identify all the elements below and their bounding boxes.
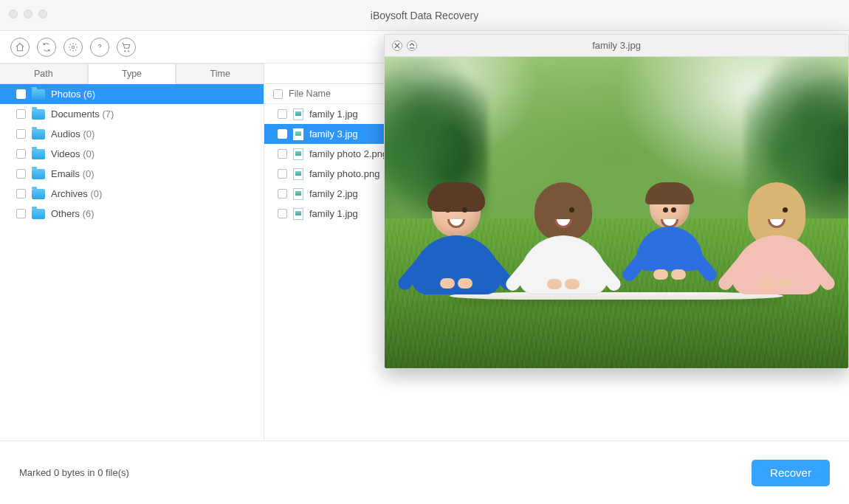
image-file-icon (293, 128, 303, 140)
category-count: (0) (83, 128, 94, 139)
window-controls (9, 10, 47, 18)
cart-icon (121, 42, 131, 52)
question-icon (94, 42, 105, 52)
category-checkbox[interactable] (16, 149, 26, 159)
zoom-window-icon[interactable] (38, 10, 47, 18)
file-checkbox[interactable] (278, 169, 287, 179)
refresh-icon (41, 42, 52, 52)
minimize-window-icon[interactable] (24, 10, 32, 18)
close-icon (394, 43, 400, 49)
image-file-icon (293, 108, 303, 120)
sidebar-item-photos[interactable]: Photos (6) (0, 84, 264, 104)
image-file-icon (293, 168, 303, 180)
home-button[interactable] (10, 38, 30, 57)
file-checkbox[interactable] (278, 129, 287, 139)
category-checkbox[interactable] (16, 129, 26, 139)
category-checkbox[interactable] (16, 89, 26, 99)
tab-time[interactable]: Time (176, 63, 264, 83)
category-count: (6) (83, 208, 94, 219)
sidebar-item-audios[interactable]: Audios (0) (0, 124, 264, 144)
preview-person (616, 185, 723, 318)
help-button[interactable] (90, 38, 109, 57)
category-count: (0) (83, 148, 94, 159)
category-checkbox[interactable] (16, 209, 26, 218)
category-label: Photos (6) (51, 89, 95, 100)
category-label: Videos (0) (51, 148, 94, 159)
file-name: family photo.png (309, 168, 379, 179)
sidebar-item-archives[interactable]: Archives (0) (0, 184, 264, 204)
preview-close-button[interactable] (392, 41, 402, 51)
category-checkbox[interactable] (16, 109, 26, 119)
file-name: family 1.jpg (309, 208, 358, 219)
titlebar: iBoysoft Data Recovery (0, 0, 849, 31)
category-label: Documents (7) (51, 108, 114, 120)
app-title: iBoysoft Data Recovery (371, 10, 478, 21)
svg-point-0 (72, 46, 75, 49)
file-checkbox[interactable] (278, 149, 287, 159)
folder-icon (32, 169, 45, 179)
expand-icon (409, 43, 415, 49)
category-checkbox[interactable] (16, 169, 26, 179)
folder-icon (32, 189, 45, 199)
preview-person (723, 185, 829, 318)
folder-icon (32, 109, 45, 120)
rescan-button[interactable] (37, 38, 56, 57)
preview-window[interactable]: family 3.jpg (384, 34, 849, 369)
folder-icon (32, 149, 45, 159)
marked-status: Marked 0 bytes in 0 file(s) (19, 467, 129, 478)
file-checkbox[interactable] (278, 109, 287, 119)
sidebar-item-documents[interactable]: Documents (7) (0, 104, 264, 124)
preview-person (510, 185, 616, 318)
settings-button[interactable] (63, 38, 83, 57)
cart-button[interactable] (117, 38, 136, 57)
category-checkbox[interactable] (16, 189, 26, 199)
category-count: (7) (102, 108, 114, 120)
tab-path[interactable]: Path (0, 63, 88, 83)
category-label: Archives (0) (51, 188, 102, 199)
image-file-icon (293, 208, 303, 220)
footer: Marked 0 bytes in 0 file(s) Recover (0, 441, 849, 504)
recover-button[interactable]: Recover (752, 460, 830, 486)
file-name: family photo 2.png (309, 148, 388, 159)
category-label: Audios (0) (51, 128, 94, 139)
preview-title: family 3.jpg (592, 40, 641, 51)
category-label: Others (6) (51, 208, 94, 219)
sidebar-item-emails[interactable]: Emails (0) (0, 164, 264, 184)
folder-icon (32, 209, 45, 219)
image-file-icon (293, 148, 303, 160)
gear-icon (68, 42, 78, 52)
file-name: family 1.jpg (309, 108, 358, 120)
home-icon (15, 42, 25, 52)
sidebar-item-videos[interactable]: Videos (0) (0, 144, 264, 164)
file-name: family 3.jpg (309, 128, 358, 139)
preview-image (385, 57, 848, 368)
category-sidebar: Photos (6)Documents (7)Audios (0)Videos … (0, 84, 264, 441)
sidebar-item-others[interactable]: Others (6) (0, 204, 264, 224)
category-count: (0) (90, 188, 102, 199)
image-file-icon (293, 188, 303, 200)
file-name: family 2.jpg (309, 188, 358, 199)
folder-icon (32, 129, 45, 139)
category-count: (6) (83, 89, 95, 100)
close-window-icon[interactable] (9, 10, 18, 18)
category-count: (0) (83, 168, 94, 179)
preview-person (403, 185, 509, 318)
column-file-name: File Name (289, 89, 331, 99)
select-all-checkbox[interactable] (273, 89, 283, 99)
preview-expand-button[interactable] (407, 41, 417, 51)
file-checkbox[interactable] (278, 189, 287, 199)
folder-icon (32, 89, 45, 100)
file-checkbox[interactable] (278, 209, 287, 218)
preview-titlebar: family 3.jpg (385, 35, 848, 57)
category-label: Emails (0) (51, 168, 94, 179)
tab-type[interactable]: Type (88, 63, 176, 83)
